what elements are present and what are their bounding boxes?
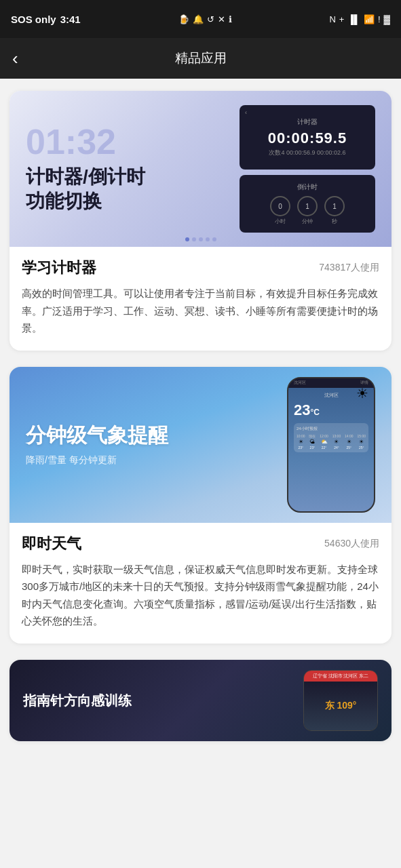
bell-icon: 🔔 xyxy=(193,14,204,24)
forecast-icon-6: ☀ xyxy=(359,439,364,445)
sync-icon: ↺ xyxy=(207,14,214,24)
status-bar: SOS only 3:41 🍺 🔔 ↺ ✕ ℹ N + ▐▌ 📶 ! ▓ xyxy=(0,0,401,38)
weather-app-info: 即时天气 54630人使用 即时天气，实时获取一级天气信息，保证权威天气信息即时… xyxy=(9,523,392,644)
content-area: 01:32 计时器/倒计时功能切换 ‹ 计时器 00:00:59.5 次数4 0… xyxy=(0,79,401,753)
timer-app-card[interactable]: 01:32 计时器/倒计时功能切换 ‹ 计时器 00:00:59.5 次数4 0… xyxy=(9,91,392,351)
weather-banner-sub: 降雨/雪量 每分钟更新 xyxy=(26,454,209,467)
forecast-item-4: 13:00 ☀ 24° xyxy=(332,434,341,450)
page-title: 精品应用 xyxy=(175,50,227,67)
forecast-icon-1: ☀ xyxy=(299,439,303,445)
dot-1 xyxy=(185,237,189,241)
timer-screenshot-1: ‹ 计时器 00:00:59.5 次数4 00:00:56.9 00:00:02… xyxy=(240,105,375,170)
phone-temperature: 23°C xyxy=(294,401,320,419)
compass-banner-right: 辽宁省 沈阳市 沈河区 东二 东 109° xyxy=(201,670,379,731)
timer-screenshot-2: 倒计时 0 小时 1 分钟 1 秒 xyxy=(240,175,375,233)
dial-hours: 0 小时 xyxy=(270,196,290,225)
timer-banner-left: 01:32 计时器/倒计时功能切换 xyxy=(26,124,201,214)
timer-app-info: 学习计时器 743817人使用 高效的时间管理工具。可以让使用者专注于当前目标，… xyxy=(9,247,392,351)
forecast-time-6: 15:00 xyxy=(357,434,366,438)
compass-degree-display: 东 109° xyxy=(325,700,357,712)
timer-banner-title: 计时器/倒计时功能切换 xyxy=(26,165,201,214)
dial-minutes-label: 分钟 xyxy=(302,218,313,225)
screenshot-time: 00:00:59.5 xyxy=(268,130,347,147)
forecast-icon-5: ☀ xyxy=(347,439,351,445)
dot-2 xyxy=(192,237,196,241)
dot-3 xyxy=(199,237,203,241)
dot-4 xyxy=(206,237,210,241)
dial-seconds: 1 秒 xyxy=(324,196,345,225)
forecast-icon-4: ☀ xyxy=(334,439,339,445)
forecast-item-3: 12:00 ⛅ 22° xyxy=(320,434,328,450)
forecast-item-6: 15:00 ☀ 25° xyxy=(357,434,366,450)
weather-banner-title: 分钟级气象提醒 xyxy=(26,423,209,448)
forecast-temp-5: 25° xyxy=(347,446,352,450)
forecast-temp-6: 25° xyxy=(359,446,364,450)
timer-app-users: 743817人使用 xyxy=(319,262,379,274)
battery-low-icon: ! xyxy=(378,14,381,24)
dial-seconds-circle: 1 xyxy=(324,196,345,216)
weather-app-users: 54630人使用 xyxy=(324,538,379,550)
timer-info-header: 学习计时器 743817人使用 xyxy=(22,258,379,278)
weather-app-card[interactable]: 分钟级气象提醒 降雨/雪量 每分钟更新 沈河区 详情 沈河区 23°C xyxy=(9,367,392,644)
timer-app-name: 学习计时器 xyxy=(22,258,96,278)
timer-bg-time: 01:32 xyxy=(26,124,201,159)
compass-app-card[interactable]: 指南针方向感训练 辽宁省 沈阳市 沈河区 东二 东 109° xyxy=(9,660,392,741)
forecast-row: 10:00 ☀ 23° 现在 🌤 23° 12 xyxy=(297,434,366,450)
forecast-icon-3: ⛅ xyxy=(321,439,328,445)
weather-banner: 分钟级气象提醒 降雨/雪量 每分钟更新 沈河区 详情 沈河区 23°C xyxy=(9,367,392,523)
nav-bar: ‹ 精品应用 xyxy=(0,38,401,79)
dial-minutes: 1 分钟 xyxy=(297,196,318,225)
status-right-icons: N + ▐▌ 📶 ! ▓ xyxy=(329,14,390,24)
forecast-time-2: 现在 xyxy=(309,434,316,438)
forecast-temp-2: 23° xyxy=(310,446,316,450)
timer-banner: 01:32 计时器/倒计时功能切换 ‹ 计时器 00:00:59.5 次数4 0… xyxy=(9,91,392,247)
weather-info-header: 即时天气 54630人使用 xyxy=(22,534,379,554)
forecast-temp-1: 23° xyxy=(298,446,303,450)
weather-app-desc: 即时天气，实时获取一级天气信息，保证权威天气信息即时发布更新。支持全球300多万… xyxy=(22,561,379,630)
battery-icon: ▓ xyxy=(384,14,390,24)
screenshot2-title: 倒计时 xyxy=(297,182,318,192)
screenshot-title: 计时器 xyxy=(297,117,318,127)
back-button[interactable]: ‹ xyxy=(12,48,18,69)
forecast-time-5: 14:00 xyxy=(345,434,354,438)
bluetooth-icon: + xyxy=(339,14,345,24)
dot-5 xyxy=(212,237,216,241)
status-left-icons: 🍺 🔔 ↺ ✕ ℹ xyxy=(178,14,232,24)
forecast-title: 24小时预报 xyxy=(297,426,366,432)
info-icon: ℹ xyxy=(229,14,232,24)
phone-sun-icon: ☀ xyxy=(356,385,368,401)
compass-phone-body: 东 109° xyxy=(304,682,377,730)
screenshot-back: ‹ xyxy=(245,109,247,116)
wifi-icon: 📶 xyxy=(364,14,375,24)
phone-forecast-panel: 24小时预报 10:00 ☀ 23° 现在 🌤 2 xyxy=(294,423,368,452)
compass-banner-title: 指南针方向感训练 xyxy=(23,692,201,709)
compass-banner: 指南针方向感训练 辽宁省 沈阳市 沈河区 东二 东 109° xyxy=(9,660,392,741)
dial-hours-label: 小时 xyxy=(275,218,286,225)
forecast-temp-3: 22° xyxy=(322,446,327,450)
message-icon: 🍺 xyxy=(178,14,189,24)
phone-weather-body: 沈河区 23°C ☀ 24小时预报 10:00 xyxy=(288,388,374,511)
timer-dials: 0 小时 1 分钟 1 秒 xyxy=(270,196,345,225)
screenshot-row: 次数4 00:00:56.9 00:00:02.6 xyxy=(269,149,345,157)
dial-hours-circle: 0 xyxy=(270,196,290,216)
carousel-dots xyxy=(185,237,216,241)
forecast-item-2: 现在 🌤 23° xyxy=(309,434,316,450)
time-text: 3:41 xyxy=(60,14,81,25)
forecast-temp-4: 24° xyxy=(334,446,339,450)
weather-app-name: 即时天气 xyxy=(22,534,81,554)
forecast-item-1: 10:00 ☀ 23° xyxy=(297,434,305,450)
weather-banner-right: 沈河区 详情 沈河区 23°C ☀ 24小时预报 xyxy=(209,377,375,513)
phone-location-label: 沈河区 xyxy=(294,380,306,386)
dial-seconds-label: 秒 xyxy=(332,218,337,225)
timer-screenshots: ‹ 计时器 00:00:59.5 次数4 00:00:56.9 00:00:02… xyxy=(201,105,376,233)
signal-icon: ▐▌ xyxy=(347,14,360,24)
dial-minutes-circle: 1 xyxy=(297,196,318,216)
forecast-time-1: 10:00 xyxy=(297,434,305,438)
compass-phone-header: 辽宁省 沈阳市 沈河区 东二 xyxy=(304,671,377,682)
timer-app-desc: 高效的时间管理工具。可以让使用者专注于当前目标，有效提升目标任务完成效率。广泛适… xyxy=(22,285,379,337)
compass-banner-left: 指南针方向感训练 xyxy=(23,692,201,709)
weather-banner-left: 分钟级气象提醒 降雨/雪量 每分钟更新 xyxy=(26,423,209,467)
carrier-text: SOS only xyxy=(11,14,56,25)
forecast-time-3: 12:00 xyxy=(320,434,328,438)
forecast-time-4: 13:00 xyxy=(332,434,341,438)
